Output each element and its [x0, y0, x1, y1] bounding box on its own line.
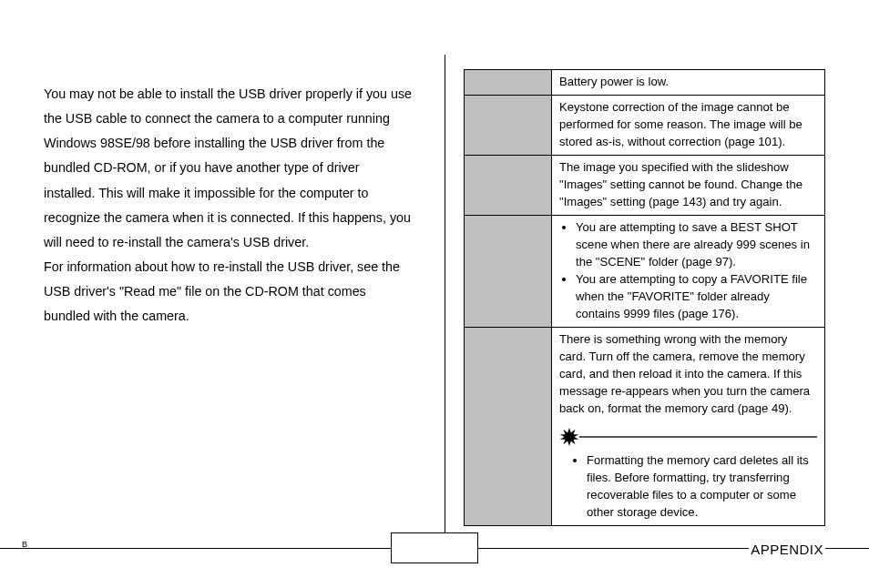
table-row: You are attempting to save a BEST SHOT s…	[465, 215, 825, 327]
important-divider-line	[579, 436, 817, 438]
table-row: The image you specified with the slidesh…	[465, 155, 825, 215]
usb-driver-paragraph-2: For information about how to re-install …	[44, 255, 412, 329]
bullet-list: You are attempting to save a BEST SHOT s…	[559, 219, 817, 323]
message-key-cell	[465, 70, 552, 96]
list-item: Formatting the memory card deletes all i…	[587, 452, 817, 522]
message-key-cell	[465, 327, 552, 525]
message-desc-cell: There is something wrong with the memory…	[552, 327, 825, 525]
list-item: You are attempting to save a BEST SHOT s…	[576, 219, 817, 271]
table-row: There is something wrong with the memory…	[465, 327, 825, 525]
page-footer: B APPENDIX	[0, 548, 869, 577]
svg-marker-0	[560, 428, 578, 446]
page: You may not be able to install the USB d…	[0, 0, 869, 588]
footer-section-label: APPENDIX	[749, 542, 825, 557]
message-key-cell	[465, 215, 552, 327]
message-desc-cell: You are attempting to save a BEST SHOT s…	[552, 215, 825, 327]
usb-driver-paragraph-1: You may not be able to install the USB d…	[44, 82, 412, 255]
message-desc-cell: Battery power is low.	[552, 70, 825, 96]
message-key-cell	[465, 155, 552, 215]
footer-corner-mark: B	[22, 540, 27, 549]
important-header	[559, 427, 817, 447]
list-item: You are attempting to copy a FAVORITE fi…	[576, 271, 817, 323]
starburst-icon	[559, 427, 579, 447]
messages-table: Battery power is low. Keystone correctio…	[464, 69, 825, 526]
two-column-layout: You may not be able to install the USB d…	[44, 55, 825, 546]
column-separator	[445, 55, 445, 546]
table-row: Keystone correction of the image cannot …	[465, 95, 825, 155]
message-desc-cell: The image you specified with the slidesh…	[552, 155, 825, 215]
bullet-list: Formatting the memory card deletes all i…	[559, 452, 817, 522]
left-column: You may not be able to install the USB d…	[44, 55, 426, 546]
table-row: Battery power is low.	[465, 70, 825, 96]
memory-card-error-text: There is something wrong with the memory…	[559, 331, 817, 418]
message-desc-cell: Keystone correction of the image cannot …	[552, 95, 825, 155]
page-number-box	[391, 532, 478, 563]
right-column: Battery power is low. Keystone correctio…	[464, 55, 825, 546]
message-key-cell	[465, 95, 552, 155]
